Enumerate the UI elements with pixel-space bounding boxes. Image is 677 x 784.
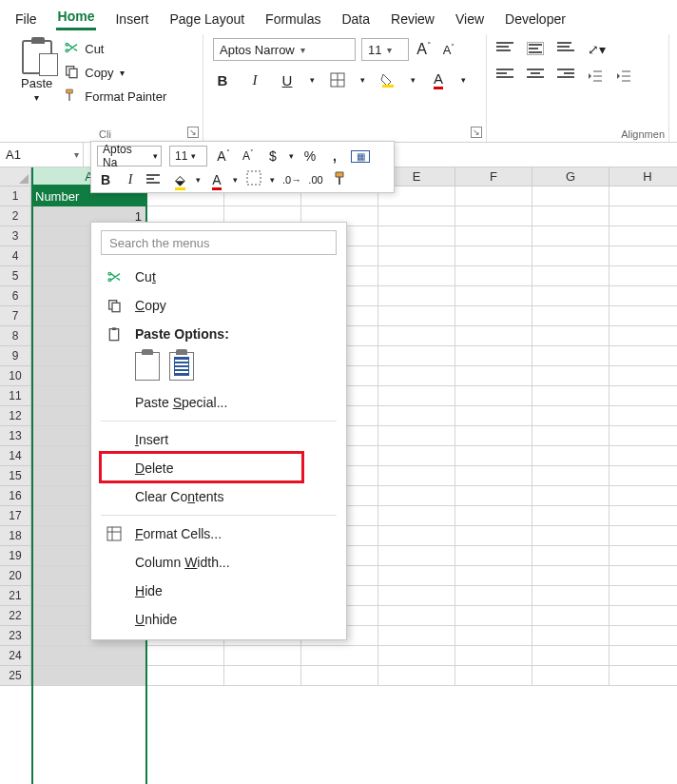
cell[interactable]: [378, 286, 455, 306]
cell[interactable]: [609, 306, 677, 326]
border-button[interactable]: [245, 170, 262, 188]
chevron-down-icon[interactable]: ▾: [289, 151, 294, 161]
paste-keep-formatting-button[interactable]: [169, 352, 194, 381]
tab-review[interactable]: Review: [389, 8, 436, 30]
cell[interactable]: [532, 246, 609, 266]
row-header[interactable]: 11: [0, 386, 31, 406]
cell[interactable]: [532, 666, 609, 686]
cell[interactable]: [532, 446, 609, 466]
column-header-h[interactable]: H: [609, 167, 677, 186]
align-right-icon[interactable]: [557, 69, 574, 82]
row-header[interactable]: 15: [0, 466, 31, 486]
cell[interactable]: [378, 626, 455, 646]
tab-formulas[interactable]: Formulas: [263, 8, 322, 30]
cell[interactable]: [378, 226, 455, 246]
ctx-copy[interactable]: Copy: [91, 291, 346, 320]
row-header[interactable]: 9: [0, 346, 31, 366]
cell[interactable]: [455, 626, 532, 646]
cell[interactable]: [455, 406, 532, 426]
cell[interactable]: [378, 526, 455, 546]
row-header[interactable]: 20: [0, 566, 31, 586]
cell[interactable]: [609, 506, 677, 526]
cell[interactable]: [532, 366, 609, 386]
fill-color-button[interactable]: [378, 72, 397, 88]
cell[interactable]: [609, 326, 677, 346]
cell[interactable]: [532, 266, 609, 286]
font-color-button[interactable]: A: [208, 172, 225, 187]
align-bottom-icon[interactable]: [557, 42, 574, 55]
cell[interactable]: [224, 666, 301, 686]
conditional-format-icon[interactable]: ▦: [351, 150, 370, 163]
row-header[interactable]: 7: [0, 306, 31, 326]
cell[interactable]: [301, 646, 378, 666]
grow-font-icon[interactable]: A˄: [415, 41, 434, 58]
chevron-down-icon[interactable]: ▾: [120, 68, 125, 78]
cell[interactable]: [532, 586, 609, 606]
align-icon[interactable]: [146, 174, 164, 186]
row-header[interactable]: 25: [0, 666, 31, 686]
tab-file[interactable]: File: [13, 8, 39, 30]
cell[interactable]: [609, 466, 677, 486]
cell[interactable]: [609, 246, 677, 266]
row-header[interactable]: 21: [0, 586, 31, 606]
cell[interactable]: [455, 506, 532, 526]
cell[interactable]: [378, 426, 455, 446]
accounting-format-icon[interactable]: $: [264, 148, 281, 164]
cell[interactable]: [455, 566, 532, 586]
cell[interactable]: [609, 446, 677, 466]
ctx-hide[interactable]: Hide: [91, 577, 346, 605]
cell[interactable]: [455, 606, 532, 626]
bold-button[interactable]: B: [97, 172, 114, 187]
tab-developer[interactable]: Developer: [503, 8, 568, 30]
format-painter-icon[interactable]: [332, 170, 349, 188]
cell[interactable]: [532, 406, 609, 426]
cell[interactable]: [455, 226, 532, 246]
cell[interactable]: [609, 346, 677, 366]
cell[interactable]: [609, 526, 677, 546]
row-header[interactable]: 16: [0, 486, 31, 506]
copy-button[interactable]: Copy ▾: [64, 64, 166, 82]
chevron-down-icon[interactable]: ▾: [360, 75, 365, 85]
ctx-format-cells[interactable]: Format Cells...: [91, 519, 346, 548]
align-top-icon[interactable]: [496, 42, 513, 55]
cell[interactable]: [532, 646, 609, 666]
row-header[interactable]: 14: [0, 446, 31, 466]
row-header[interactable]: 5: [0, 266, 31, 286]
cell[interactable]: [455, 666, 532, 686]
italic-button[interactable]: I: [245, 72, 264, 88]
cell[interactable]: [609, 206, 677, 226]
cell[interactable]: [378, 646, 455, 666]
cell[interactable]: [532, 286, 609, 306]
cell[interactable]: [224, 646, 301, 666]
cell[interactable]: [609, 646, 677, 666]
cell[interactable]: [378, 586, 455, 606]
cell[interactable]: [378, 546, 455, 566]
cell[interactable]: [301, 666, 378, 686]
grow-font-icon[interactable]: A˄: [215, 148, 232, 164]
tab-home[interactable]: Home: [56, 5, 97, 30]
cell[interactable]: [532, 486, 609, 506]
dialog-launcher-icon[interactable]: ↘: [187, 127, 199, 138]
ctx-insert[interactable]: Insert: [91, 425, 346, 454]
cell[interactable]: [532, 546, 609, 566]
cell[interactable]: [378, 446, 455, 466]
cell[interactable]: [378, 306, 455, 326]
cell[interactable]: [532, 506, 609, 526]
cell[interactable]: [378, 406, 455, 426]
align-left-icon[interactable]: [496, 69, 513, 82]
cell[interactable]: [532, 526, 609, 546]
column-header-g[interactable]: G: [532, 167, 609, 186]
cell[interactable]: [532, 466, 609, 486]
cell[interactable]: [455, 546, 532, 566]
ctx-column-width[interactable]: Column Width...: [91, 548, 346, 577]
fill-color-button[interactable]: ⬙: [171, 172, 188, 187]
row-header[interactable]: 2: [0, 206, 31, 226]
paste-button[interactable]: Paste ▾: [17, 38, 56, 106]
cell[interactable]: [455, 206, 532, 226]
tab-insert[interactable]: Insert: [113, 8, 150, 30]
chevron-down-icon[interactable]: ▾: [196, 175, 201, 185]
cell[interactable]: [455, 426, 532, 446]
underline-button[interactable]: U: [278, 72, 297, 88]
ctx-paste-special[interactable]: Paste Special...: [91, 388, 346, 417]
cell[interactable]: [455, 486, 532, 506]
